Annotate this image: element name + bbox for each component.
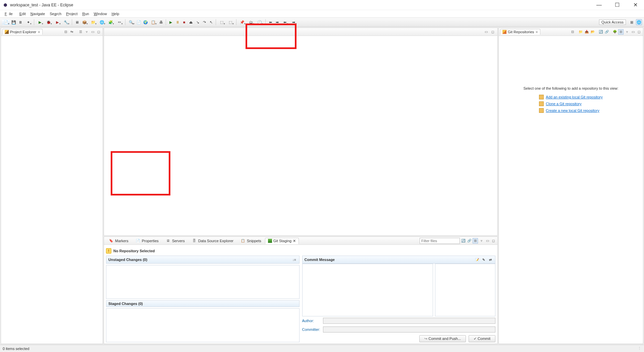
collapse-all-icon[interactable]: ⊟ — [570, 29, 575, 35]
run-last-button[interactable]: ▶ — [53, 19, 61, 25]
align-right-button[interactable]: ⬚ — [226, 19, 234, 25]
print-button[interactable]: 🖶 — [158, 19, 164, 25]
minimize-view-icon[interactable]: ▭ — [90, 29, 95, 35]
signoff-icon[interactable]: ✎ — [481, 257, 486, 262]
clone-repo-icon[interactable]: 📥 — [584, 29, 589, 35]
editor-minimize-icon[interactable]: ▭ — [483, 29, 489, 35]
close-icon[interactable]: ✕ — [535, 30, 538, 34]
menu-run[interactable]: Run — [80, 11, 91, 16]
layout-toggle-icon[interactable]: ⊞ — [473, 238, 478, 244]
web-button[interactable]: 🌐 — [98, 19, 106, 25]
add-existing-repo-link[interactable]: Add an existing local Git repository — [546, 95, 602, 99]
step-return-button[interactable]: ↖ — [208, 19, 214, 25]
sort-icon[interactable]: ↓≡ — [292, 257, 297, 262]
tab-git-staging[interactable]: Git Staging✕ — [265, 238, 299, 244]
history-button[interactable]: 🕘 — [256, 19, 264, 25]
focus-task-icon[interactable]: ☰ — [78, 29, 83, 35]
new-server-button[interactable]: 🖥 — [74, 19, 80, 25]
maximize-view-icon[interactable]: ◻ — [636, 29, 642, 35]
clone-repo-link[interactable]: Clone a Git repository — [546, 102, 581, 106]
link-selection-icon[interactable]: 🔗 — [604, 29, 609, 35]
debug-button[interactable]: 🐞 — [45, 19, 53, 25]
collapse-all-icon[interactable]: ⊟ — [63, 29, 68, 35]
view-menu-icon[interactable]: ▿ — [624, 29, 630, 35]
refresh-icon[interactable]: 🔄 — [598, 29, 603, 35]
tab-data-source-explorer[interactable]: 🗄Data Source Explorer — [189, 237, 236, 245]
back-button[interactable]: ⬅ — [267, 19, 273, 25]
task-button[interactable]: 📋 — [149, 19, 157, 25]
minimize-view-icon[interactable]: ▭ — [485, 238, 490, 244]
maximize-view-icon[interactable]: ◻ — [491, 238, 496, 244]
add-repo-icon[interactable]: 📁 — [578, 29, 583, 35]
unstaged-changes-list[interactable] — [106, 265, 300, 299]
terminate-button[interactable]: ■ — [181, 19, 187, 25]
filter-files-input[interactable] — [420, 238, 460, 244]
menu-window[interactable]: Window — [92, 11, 109, 16]
project-explorer-tab[interactable]: Project Explorer ✕ — [2, 29, 43, 35]
editor-maximize-icon[interactable]: ◻ — [490, 29, 495, 35]
run-button[interactable]: ▶ — [36, 19, 44, 25]
edit-button[interactable]: ✏ — [115, 19, 123, 25]
amend-icon[interactable]: 📝 — [474, 257, 480, 262]
new-wizard-button[interactable]: ✦ — [24, 19, 32, 25]
folder-button[interactable]: 📁 — [89, 19, 97, 25]
step-over-button[interactable]: ↷ — [201, 19, 207, 25]
window-close-button[interactable]: ✕ — [629, 1, 641, 9]
disconnect-button[interactable]: ⏏ — [188, 19, 194, 25]
external-tools-button[interactable]: 🔧 — [62, 19, 70, 25]
nav-forward-button[interactable]: ➡ — [289, 19, 298, 25]
create-repo-icon[interactable]: 📂 — [590, 29, 595, 35]
align-left-button[interactable]: ⬚ — [218, 19, 226, 25]
menu-edit[interactable]: Edit — [17, 11, 28, 16]
view-menu-icon[interactable]: ▿ — [84, 29, 89, 35]
link-editor-icon[interactable]: ⇆ — [69, 29, 74, 35]
nav-back-button[interactable]: ⬅ — [281, 19, 289, 25]
window-maximize-button[interactable]: ☐ — [611, 1, 623, 9]
commit-button[interactable]: ✔ Commit — [469, 335, 495, 342]
resume-button[interactable]: ▶ — [168, 19, 174, 25]
step-into-button[interactable]: ↘ — [195, 19, 201, 25]
refresh-icon[interactable]: 🔄 — [461, 238, 466, 244]
tab-markers[interactable]: 🔖Markers — [105, 237, 131, 245]
minimize-view-icon[interactable]: ▭ — [630, 29, 636, 35]
pin-button[interactable]: 📌 — [238, 19, 246, 25]
close-icon[interactable]: ✕ — [38, 30, 40, 34]
hierarchical-icon[interactable]: 🌳 — [612, 29, 618, 35]
tab-properties[interactable]: 📄Properties — [132, 237, 162, 245]
maximize-view-icon[interactable]: ◻ — [96, 29, 101, 35]
committer-input[interactable] — [323, 326, 496, 333]
open-type-button[interactable]: 📄 — [136, 19, 142, 25]
javaee-perspective-button[interactable]: 🌐 — [636, 19, 642, 25]
create-repo-link[interactable]: Create a new local Git repository — [546, 108, 599, 113]
suspend-button[interactable]: ⏸ — [174, 19, 180, 25]
new-button[interactable]: 📄 — [2, 19, 10, 25]
close-icon[interactable]: ✕ — [293, 239, 296, 243]
ejb-button[interactable]: 📦 — [80, 19, 89, 25]
forward-button[interactable]: ➡ — [274, 19, 280, 25]
menu-navigate[interactable]: Navigate — [29, 11, 47, 16]
menu-help[interactable]: Help — [110, 11, 121, 16]
browser-button[interactable]: 🌍 — [143, 19, 149, 25]
save-button[interactable]: 💾 — [11, 19, 17, 25]
menu-project[interactable]: Project — [64, 11, 79, 16]
quick-access[interactable]: Quick Access — [599, 19, 626, 25]
tab-servers[interactable]: 🖥Servers — [162, 237, 188, 245]
branch-layout-icon[interactable]: ⊞ — [618, 29, 624, 35]
menu-search[interactable]: Search — [48, 11, 63, 16]
filter-dropdown[interactable]: 🗂 — [247, 19, 255, 25]
link-selection-icon[interactable]: 🔗 — [467, 238, 472, 244]
open-perspective-button[interactable]: ⊞ — [629, 19, 635, 25]
commit-message-textarea[interactable] — [302, 264, 433, 316]
staged-changes-list[interactable] — [106, 308, 300, 342]
author-input[interactable] — [323, 318, 496, 324]
search-button[interactable]: 🔍 — [127, 19, 135, 25]
commit-and-push-button[interactable]: ↪ Commit and Push... — [419, 335, 466, 342]
changeid-icon[interactable]: ⇄ — [488, 257, 493, 262]
menu-file[interactable]: File — [3, 11, 17, 16]
save-all-button[interactable]: 🗎 — [17, 19, 23, 25]
tab-snippets[interactable]: 📋Snippets — [237, 237, 264, 245]
view-menu-icon[interactable]: ▿ — [479, 238, 484, 244]
jpa-button[interactable]: 🧩 — [107, 19, 115, 25]
git-repositories-tab[interactable]: Git Repositories ✕ — [500, 29, 540, 35]
window-minimize-button[interactable]: — — [593, 1, 605, 9]
